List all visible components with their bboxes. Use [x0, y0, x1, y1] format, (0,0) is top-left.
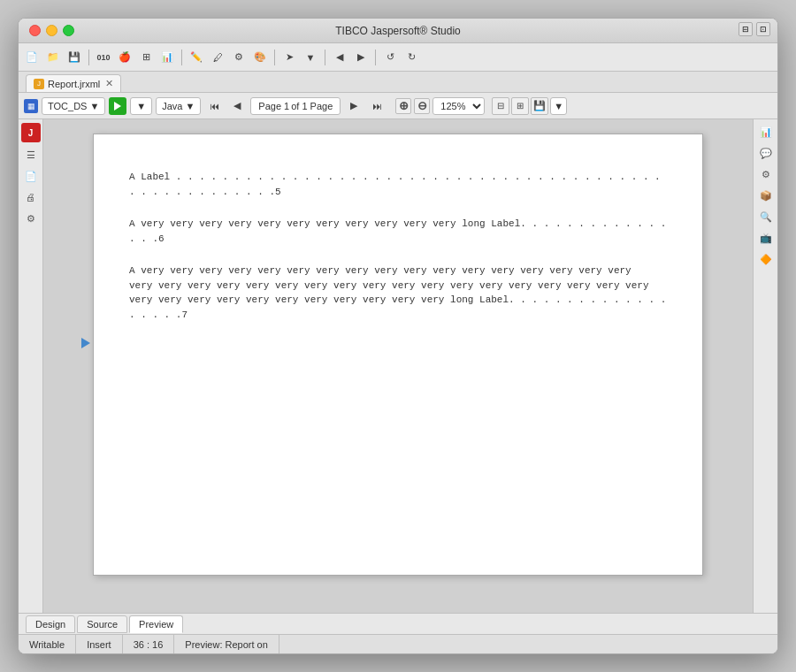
toc-entry-2: A very very very very very very very ver…: [129, 217, 667, 246]
separator-1: [88, 50, 89, 65]
settings-button[interactable]: ⚙: [229, 48, 249, 67]
save-button[interactable]: 💾: [65, 48, 84, 67]
right-sidebar-icon-monitor[interactable]: 📺: [757, 229, 775, 247]
edit-button[interactable]: ✏️: [187, 48, 206, 67]
status-preview-text: Preview: Report on: [185, 639, 268, 650]
right-sidebar-icon-package[interactable]: 📦: [757, 187, 775, 204]
language-dropdown-arrow: ▼: [185, 101, 195, 111]
export-button[interactable]: 💾: [531, 97, 548, 115]
traffic-lights: [29, 25, 74, 36]
right-sidebar: 📊 💬 ⚙ 📦 🔍 📺 🔶: [753, 119, 777, 613]
window-title: TIBCO Jaspersoft® Studio: [335, 25, 461, 37]
maximize-button[interactable]: [63, 25, 74, 36]
content-area: J ☰ 📄 🖨 ⚙ A Label . . . . . . . . . . . …: [19, 119, 777, 613]
arrow-button[interactable]: ➤: [279, 48, 299, 67]
redo-button[interactable]: ↻: [402, 48, 421, 67]
view-buttons: ⊟ ⊞ 💾 ▼: [492, 97, 567, 115]
language-label: Java: [162, 101, 182, 111]
dataset-dropdown-arrow: ▼: [89, 101, 99, 111]
tab-source[interactable]: Source: [77, 615, 127, 633]
prev-page-btn[interactable]: ⏮: [204, 96, 224, 116]
status-position-text: 36 : 16: [134, 639, 164, 650]
zoom-select[interactable]: 125% 100% 75% 50%: [432, 97, 485, 115]
page-indicator-text: Page 1: [258, 101, 289, 111]
status-insert-text: Insert: [87, 639, 111, 650]
main-window: TIBCO Jaspersoft® Studio ⊟ ⊡ 📄 📁 💾 010 🍎…: [18, 18, 778, 654]
separator-3: [274, 50, 275, 65]
toc-entry-1: A Label . . . . . . . . . . . . . . . . …: [129, 170, 667, 199]
toc-entry-3: A very very very very very very very ver…: [129, 263, 667, 322]
status-bar: Writable Insert 36 : 16 Preview: Report …: [19, 634, 777, 653]
run-icon: [114, 102, 121, 111]
new-file-button[interactable]: 📄: [22, 48, 42, 67]
bottom-tabs: Design Source Preview: [19, 613, 777, 634]
status-writable-text: Writable: [29, 639, 65, 650]
title-bar: TIBCO Jaspersoft® Studio ⊟ ⊡: [19, 19, 777, 43]
expand-button[interactable]: ⊡: [756, 22, 770, 36]
close-button[interactable]: [29, 25, 41, 36]
toc-entry-2-text: A very very very very very very very ver…: [129, 217, 667, 246]
chart-button[interactable]: 📊: [157, 48, 177, 67]
run-button[interactable]: [109, 97, 126, 115]
pencil-button[interactable]: 🖊: [208, 48, 227, 67]
tab-design[interactable]: Design: [26, 615, 75, 633]
table-button[interactable]: ⊞: [136, 48, 156, 67]
right-sidebar-icon-settings[interactable]: ⚙: [757, 165, 775, 183]
dropdown-arrow[interactable]: ▼: [301, 48, 320, 67]
sidebar-icon-print[interactable]: 🖨: [22, 188, 40, 206]
zoom-out-button[interactable]: ⊖: [414, 98, 430, 114]
sidebar-icon-settings[interactable]: ⚙: [22, 210, 40, 227]
left-sidebar: J ☰ 📄 🖨 ⚙: [19, 119, 43, 613]
right-sidebar-icon-search[interactable]: 🔍: [757, 208, 775, 225]
view-columns-button[interactable]: ⊞: [511, 97, 529, 115]
right-sidebar-icon-comment[interactable]: 💬: [757, 144, 775, 162]
restore-button[interactable]: ⊟: [739, 22, 753, 36]
canvas-wrapper[interactable]: A Label . . . . . . . . . . . . . . . . …: [43, 119, 753, 613]
nav-back[interactable]: ◀: [330, 48, 349, 67]
dataset-label: TOC_DS: [48, 101, 87, 111]
next-page-btn[interactable]: ⏭: [367, 96, 387, 116]
dataset-icon: ▦: [24, 99, 38, 113]
secondary-toolbar: ▦ TOC_DS ▼ ▼ Java ▼ ⏮ ◀ Page 1 of 1 Page…: [19, 93, 777, 119]
sidebar-icon-file[interactable]: 📄: [22, 167, 40, 185]
language-dropdown[interactable]: Java ▼: [156, 97, 201, 115]
report-canvas: A Label . . . . . . . . . . . . . . . . …: [93, 134, 703, 576]
image-button[interactable]: 🍎: [115, 48, 134, 67]
tab-preview[interactable]: Preview: [129, 615, 183, 633]
zoom-in-button[interactable]: ⊕: [395, 98, 411, 114]
toc-entry-1-text: A Label . . . . . . . . . . . . . . . . …: [129, 170, 667, 199]
separator-4: [325, 50, 325, 65]
main-toolbar: 📄 📁 💾 010 🍎 ⊞ 📊 ✏️ 🖊 ⚙ 🎨 ➤ ▼ ◀ ▶ ↺ ↻: [19, 43, 777, 72]
separator-2: [181, 50, 182, 65]
status-preview: Preview: Report on: [174, 635, 279, 653]
page-indicator-arrow: [81, 338, 90, 348]
sidebar-icon-menu[interactable]: ☰: [22, 146, 40, 164]
export-dropdown[interactable]: ▼: [550, 97, 567, 115]
run-dropdown[interactable]: ▼: [130, 97, 152, 115]
zoom-controls: ⊕ ⊖ 125% 100% 75% 50%: [395, 97, 485, 115]
prev-btn[interactable]: ◀: [227, 96, 247, 116]
tab-bar: J Report.jrxml ✕: [19, 72, 777, 93]
counter-button[interactable]: 010: [94, 48, 113, 67]
status-insert: Insert: [76, 635, 123, 653]
toc-entry-3-text: A very very very very very very very ver…: [129, 263, 667, 322]
separator-5: [375, 50, 376, 65]
file-tab-label: Report.jrxml: [48, 79, 100, 89]
nav-forward[interactable]: ▶: [351, 48, 371, 67]
minimize-button[interactable]: [46, 25, 57, 36]
dataset-dropdown[interactable]: TOC_DS ▼: [42, 97, 105, 115]
file-tab-icon: J: [34, 79, 44, 89]
open-button[interactable]: 📁: [43, 48, 63, 67]
right-sidebar-icon-diamond[interactable]: 🔶: [757, 250, 775, 268]
next-btn[interactable]: ▶: [344, 96, 364, 116]
page-of-text: of 1 Page: [291, 101, 333, 111]
color-button[interactable]: 🎨: [250, 48, 270, 67]
undo-button[interactable]: ↺: [380, 48, 400, 67]
file-tab[interactable]: J Report.jrxml ✕: [26, 74, 121, 92]
status-writable: Writable: [19, 635, 76, 653]
tab-close-button[interactable]: ✕: [105, 78, 113, 89]
sidebar-icon-logo: J: [21, 123, 41, 142]
right-sidebar-icon-chart[interactable]: 📊: [757, 123, 775, 141]
page-indicator: Page 1 of 1 Page: [250, 97, 341, 115]
view-page-button[interactable]: ⊟: [492, 97, 509, 115]
